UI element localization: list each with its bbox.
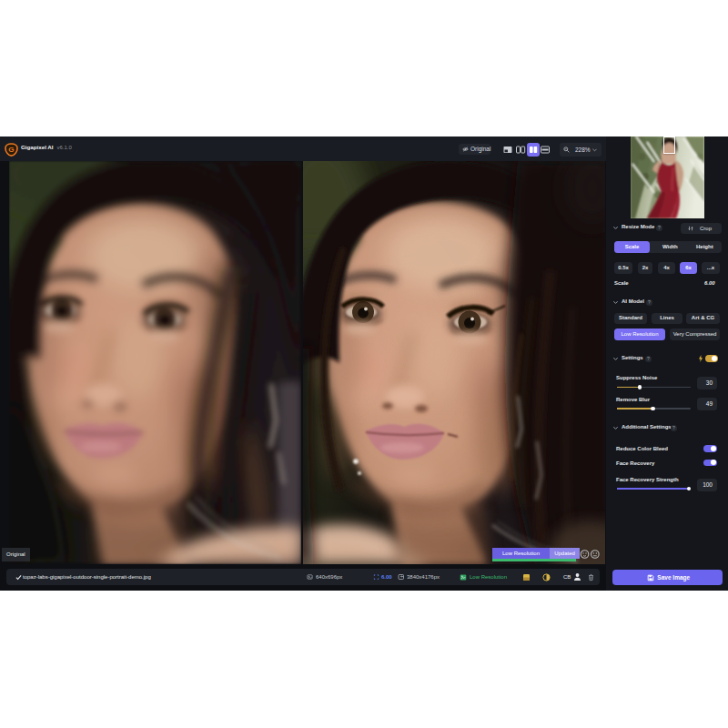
svg-text:G: G — [8, 146, 14, 154]
